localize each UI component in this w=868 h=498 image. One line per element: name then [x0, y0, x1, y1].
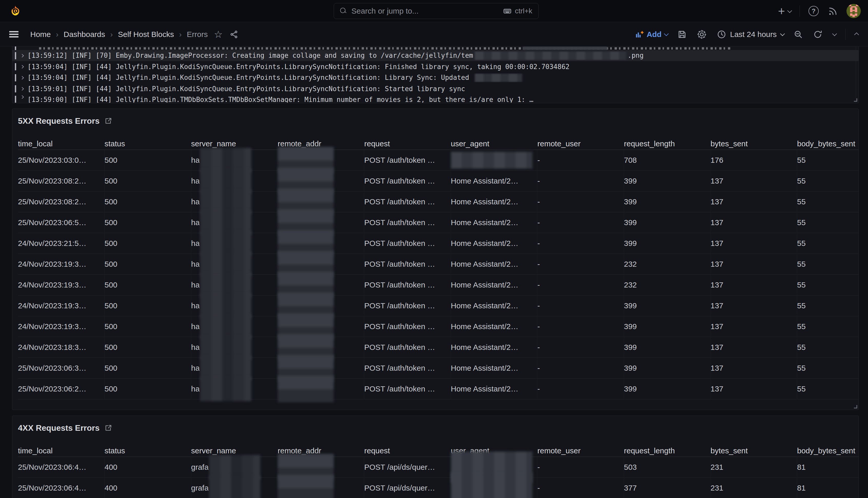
server-name-prefix: ha: [191, 343, 200, 352]
column-header-body_bytes_sent[interactable]: body_bytes_sent: [797, 137, 859, 150]
panel-resize-grip[interactable]: [854, 98, 857, 102]
column-header-user_agent[interactable]: user_agent: [451, 137, 538, 150]
cell-body_bytes_sent: 55: [797, 150, 859, 171]
cell-user_agent: Home Assistant/2…: [451, 171, 538, 192]
breadcrumb-home[interactable]: Home: [30, 30, 51, 39]
log-expand-chevron-icon[interactable]: [20, 76, 24, 79]
request_length-text: 503: [624, 463, 637, 472]
cell-request: POST /auth/token …: [364, 358, 451, 379]
refresh-interval-chevron[interactable]: [832, 31, 837, 36]
cell-request: POST /auth/token …: [364, 233, 451, 254]
cell-status: 500: [105, 296, 191, 316]
log-expand-chevron-icon[interactable]: [20, 54, 24, 57]
save-dashboard-icon[interactable]: [677, 29, 687, 39]
collapse-toolbar-chevron[interactable]: [854, 32, 859, 37]
remote_user-text: -: [537, 343, 540, 352]
log-row[interactable]: [13:59:12] [INF] [70] Emby.Drawing.Image…: [12, 50, 858, 61]
cell-request: POST /auth/token …: [364, 192, 451, 212]
bytes_sent-text: 137: [710, 197, 723, 206]
remote_user-text: -: [537, 176, 540, 185]
news-rss-icon[interactable]: [827, 6, 838, 16]
cell-time_local: 25/Nov/2023:03:0…: [18, 150, 105, 171]
status-text: 500: [105, 218, 118, 227]
cell-body_bytes_sent: 55: [797, 212, 859, 233]
time_local-text: 25/Nov/2023:08:2…: [18, 176, 86, 185]
zoom-out-time-icon[interactable]: [794, 29, 803, 39]
cell-time_local: 24/Nov/2023:19:3…: [18, 275, 105, 296]
panel-title[interactable]: 5XX Requests Errors: [18, 116, 99, 126]
time-range-picker[interactable]: Last 24 hours: [717, 29, 784, 39]
cell-request: POST /auth/token …: [364, 150, 451, 171]
time-range-label: Last 24 hours: [730, 30, 777, 39]
column-header-time_local[interactable]: time_local: [18, 137, 105, 150]
cell-server_name: grafa: [191, 478, 278, 498]
column-header-body_bytes_sent[interactable]: body_bytes_sent: [797, 445, 859, 457]
bytes_sent-text: 137: [710, 301, 723, 310]
column-header-status[interactable]: status: [105, 137, 191, 150]
cell-request_length: 399: [624, 212, 711, 233]
menu-toggle-icon[interactable]: [9, 31, 18, 38]
cell-status: 400: [105, 457, 191, 478]
breadcrumb-dashboards[interactable]: Dashboards: [64, 30, 105, 39]
time_local-text: 24/Nov/2023:19:3…: [18, 301, 86, 310]
clock-icon: [717, 29, 727, 39]
dashboard-settings-gear-icon[interactable]: [697, 29, 707, 40]
column-header-status[interactable]: status: [105, 445, 191, 457]
log-row[interactable]: [13:59:04] [INF] [44] Jellyfin.Plugin.Ko…: [12, 61, 858, 72]
column-header-request_length[interactable]: request_length: [624, 445, 711, 457]
redacted-block: [200, 377, 252, 401]
cell-time_local: 25/Nov/2023:06:2…: [18, 379, 105, 399]
cell-time_local: 25/Nov/2023:06:4…: [18, 478, 105, 498]
column-header-time_local[interactable]: time_local: [18, 445, 105, 457]
cell-bytes_sent: 137: [710, 296, 797, 316]
column-header-request[interactable]: request: [364, 445, 451, 457]
external-link-icon[interactable]: [104, 117, 112, 125]
help-icon[interactable]: ?: [809, 6, 819, 16]
panel-resize-grip[interactable]: [854, 405, 857, 408]
column-header-request[interactable]: request: [364, 137, 451, 150]
cell-body_bytes_sent: 55: [797, 275, 859, 296]
body_bytes_sent-text: 81: [797, 484, 806, 492]
panel-title[interactable]: 4XX Requests Errors: [18, 423, 99, 433]
column-header-bytes_sent[interactable]: bytes_sent: [710, 445, 797, 457]
cell-request: POST /auth/token …: [364, 275, 451, 296]
column-header-remote_user[interactable]: remote_user: [537, 445, 624, 457]
keyboard-icon: [503, 7, 512, 15]
user-agent-text: Home Assistant/2…: [451, 280, 518, 289]
time_local-text: 24/Nov/2023:21:5…: [18, 239, 86, 248]
log-level-bar: [15, 74, 16, 81]
log-expand-chevron-icon[interactable]: [20, 65, 24, 68]
column-header-remote_user[interactable]: remote_user: [537, 137, 624, 150]
cell-remote_user: -: [537, 316, 624, 337]
server-name-prefix: ha: [191, 301, 200, 310]
log-row[interactable]: [13:59:01] [INF] [44] Jellyfin.Plugin.Ko…: [12, 83, 858, 94]
column-header-bytes_sent[interactable]: bytes_sent: [710, 137, 797, 150]
body_bytes_sent-text: 55: [797, 343, 806, 352]
share-icon[interactable]: [229, 30, 239, 39]
cell-request: POST /auth/token …: [364, 316, 451, 337]
add-panel-button[interactable]: Add: [635, 30, 667, 39]
divider: [845, 29, 846, 40]
user-avatar[interactable]: [846, 4, 861, 18]
topbar-right-icons: + ?: [778, 0, 861, 22]
cell-remote_user: -: [537, 171, 624, 192]
log-expand-chevron-icon[interactable]: [20, 87, 24, 90]
external-link-icon[interactable]: [104, 424, 112, 432]
refresh-icon[interactable]: [813, 29, 823, 39]
grafana-logo[interactable]: [9, 5, 22, 17]
new-menu-button[interactable]: +: [778, 5, 791, 17]
table-row: 25/Nov/2023:06:4…400grafaPOST /api/ds/qu…: [18, 457, 859, 478]
log-expand-chevron-icon[interactable]: [20, 95, 24, 99]
request_length-text: 399: [624, 343, 637, 352]
body_bytes_sent-text: 55: [797, 364, 806, 372]
search-input[interactable]: Search or jump to... ctrl+k: [334, 3, 539, 19]
log-panel-scrollbar[interactable]: [856, 47, 856, 103]
log-row[interactable]: [13:59:00] [INF] [44] Jellyfin.Plugin.TM…: [12, 94, 858, 103]
request_length-text: 377: [624, 484, 637, 492]
cell-request: POST /auth/token …: [364, 296, 451, 316]
favorite-star-icon[interactable]: ☆: [214, 29, 223, 39]
breadcrumb-self-host-blocks[interactable]: Self Host Blocks: [118, 30, 174, 39]
column-header-request_length[interactable]: request_length: [624, 137, 711, 150]
log-row[interactable]: [13:59:04] [INF] [44] Jellyfin.Plugin.Ko…: [12, 72, 858, 83]
table-row: 25/Nov/2023:06:5…500haPOST /auth/token ……: [18, 212, 859, 233]
